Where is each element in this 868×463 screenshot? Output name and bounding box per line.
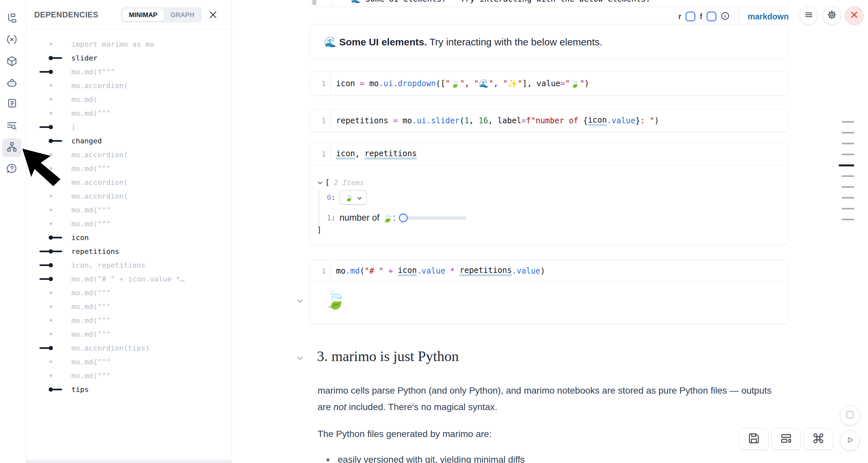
scroll-minimap-line[interactable] (842, 154, 854, 155)
minimap-item[interactable]: mo.md(""" (26, 300, 231, 313)
minimap-item-label: slider (71, 54, 97, 62)
panel-horizontal-scrollbar[interactable] (26, 460, 231, 463)
minimap-item[interactable]: ( (26, 120, 231, 134)
minimap-item-label: mo.md(""" (71, 372, 111, 380)
code-editor[interactable]: icon, repetitions (331, 143, 788, 165)
row-index: 0 (327, 193, 331, 202)
dot-marker-icon (39, 83, 62, 88)
minimap-item[interactable]: import marimo as mo (26, 37, 231, 51)
scroll-minimap-line[interactable] (842, 132, 854, 133)
fstring-checkbox[interactable] (707, 11, 716, 21)
minimap-item[interactable]: mo.md(""" (26, 106, 231, 120)
packages-button[interactable] (2, 52, 21, 71)
ref-marker-icon (39, 125, 62, 129)
dot-marker-icon (39, 332, 62, 336)
scroll-minimap-line[interactable] (842, 175, 854, 177)
file-explorer-button[interactable] (2, 9, 21, 29)
leaf-output: 🍃 (310, 282, 788, 310)
minimap-item[interactable]: mo.md(""" (26, 313, 231, 327)
slider-thumb[interactable] (399, 213, 408, 222)
scroll-minimap-line[interactable] (842, 219, 854, 220)
minimap-item[interactable]: mo.md("# " + icon.value *… (26, 272, 231, 286)
network-icon (6, 142, 18, 154)
minimap-item[interactable]: mo.md(""" (26, 217, 231, 230)
dot-marker-icon (39, 290, 62, 295)
minimap-item[interactable]: mo.accordion(tips) (26, 341, 231, 355)
repetitions-slider[interactable] (399, 213, 466, 222)
code-editor[interactable]: **🌊 Some UI elements.** Try interacting … (336, 0, 650, 4)
tab-minimap[interactable]: MINIMAP (122, 8, 164, 21)
tree-row-0: 0 : 🍃 (327, 190, 367, 205)
cell-markdown-source[interactable]: **🌊 Some UI elements.** Try interacting … (309, 0, 789, 7)
output-text: 🌊 Some UI elements. Try interacting with… (324, 36, 602, 48)
scroll-minimap-line[interactable] (842, 208, 854, 210)
scroll-minimap[interactable] (837, 0, 857, 230)
slider-track[interactable] (401, 216, 466, 220)
paragraph: marimo cells parse Python (and only Pyth… (318, 382, 811, 415)
bracket-close: ] (317, 225, 321, 234)
scroll-minimap-line[interactable] (842, 143, 854, 144)
ref-marker-icon (39, 346, 62, 350)
cell-md-repeat[interactable]: 1 mo.md("# " + icon.value * repetitions.… (309, 260, 789, 324)
dependency-graph-button[interactable] (2, 138, 21, 157)
minimap-item[interactable]: icon, repetitions (26, 258, 231, 272)
tab-graph[interactable]: GRAPH (164, 8, 201, 21)
minimap-item[interactable]: tips (26, 382, 231, 396)
drag-handle[interactable] (312, 0, 316, 5)
save-button[interactable] (739, 428, 769, 450)
play-icon (845, 435, 855, 446)
minimap-item-label: mo.md(""" (71, 316, 111, 325)
scroll-minimap-line[interactable] (842, 186, 854, 188)
collapse-section-chevron-icon[interactable] (297, 356, 303, 362)
run-button[interactable] (840, 430, 860, 451)
collapse-output-chevron-icon[interactable] (297, 299, 303, 305)
scroll-minimap-line[interactable] (842, 121, 854, 123)
code-editor[interactable]: repetitions = mo.ui.slider(1, 16, label=… (331, 110, 788, 132)
layout-button[interactable] (771, 428, 801, 450)
code-editor[interactable]: mo.md("# " + icon.value * repetitions.va… (331, 260, 788, 282)
cell-icon-repetitions[interactable]: 1 icon, repetitions [ 2 Items 0 : 🍃 1 : (309, 143, 789, 245)
help-button[interactable] (2, 160, 21, 179)
minimap-item[interactable]: mo.accordion( (26, 189, 231, 203)
ai-assistant-button[interactable] (2, 74, 21, 93)
emoji-dropdown-select[interactable]: 🍃 (340, 190, 367, 205)
layout-icon (780, 432, 792, 445)
close-panel-button[interactable] (208, 9, 218, 20)
minimap-item[interactable]: mo.md(""" (26, 203, 231, 217)
notebook-menu-button[interactable] (800, 6, 818, 25)
cell-repetitions-slider[interactable]: 1 repetitions = mo.ui.slider(1, 16, labe… (309, 109, 789, 132)
paragraph: The Python files generated by marimo are… (318, 426, 811, 442)
logs-button[interactable] (2, 95, 21, 114)
minimap-item-label: mo.md(""" (71, 206, 111, 214)
minimap-item[interactable]: repetitions (26, 244, 231, 258)
minimap-item[interactable]: mo.md(""" (26, 286, 231, 300)
cell-icon-dropdown[interactable]: 1 icon = mo.ui.dropdown(["🍃", "🌊", "✨"],… (309, 71, 789, 96)
scroll-minimap-line[interactable] (842, 197, 854, 198)
shortcuts-button[interactable] (804, 428, 833, 450)
minimap-item[interactable]: mo.accordion( (26, 79, 231, 92)
minimap-item[interactable]: mo.md(f""" (26, 65, 231, 79)
line-number: 1 (310, 260, 331, 282)
chevron-down-icon[interactable] (318, 180, 322, 186)
raw-checkbox[interactable] (685, 11, 695, 21)
code-editor[interactable]: icon = mo.ui.dropdown(["🍃", "🌊", "✨"], v… (331, 72, 788, 95)
minimap-item[interactable]: icon (26, 230, 231, 244)
outline-search-button[interactable] (2, 117, 21, 136)
language-badge[interactable]: markdown (748, 12, 789, 21)
robot-icon (6, 77, 18, 90)
minimap-item[interactable]: mo.md(""" (26, 327, 231, 341)
through-marker-icon (39, 249, 62, 253)
minimap-item[interactable]: slider (26, 51, 231, 65)
info-icon[interactable] (721, 11, 730, 22)
scroll-minimap-active-line[interactable] (839, 164, 854, 166)
dot-marker-icon (39, 304, 62, 309)
minimap-item-label: mo.accordion( (71, 192, 128, 200)
minimap-item[interactable]: mo.md( (26, 92, 231, 106)
variables-button[interactable] (2, 31, 21, 50)
minimap-list: import marimo as moslidermo.md(f"""mo.ac… (26, 30, 231, 396)
minimap-item[interactable]: mo.md(""" (26, 369, 231, 382)
stop-button[interactable] (840, 405, 860, 426)
minimap-item[interactable]: mo.md(""" (26, 355, 231, 369)
selected-value: 🍃 (344, 193, 353, 202)
hamburger-menu-icon (804, 10, 813, 21)
